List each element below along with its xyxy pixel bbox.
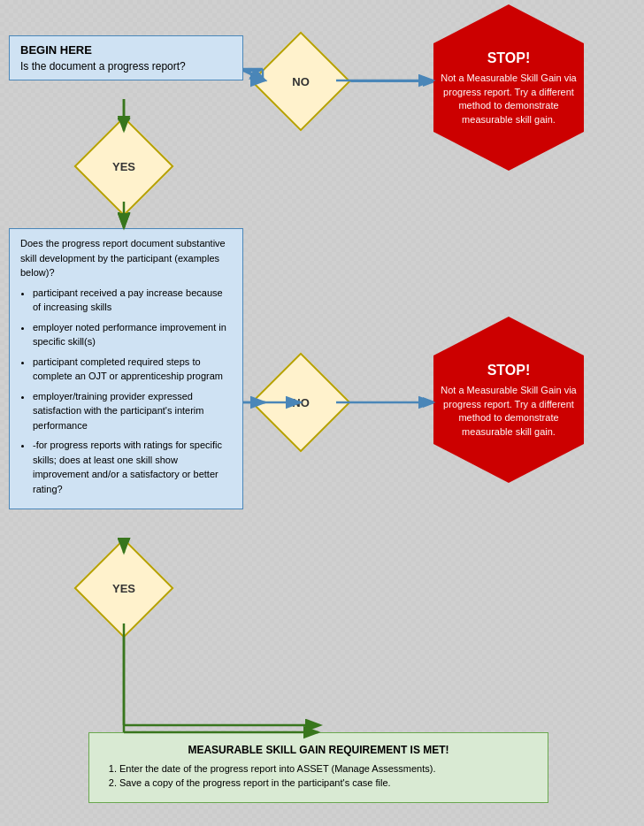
final-steps: Enter the date of the progress report in…	[104, 763, 533, 788]
final-step-2: Save a copy of the progress report in th…	[119, 777, 533, 788]
final-step-1: Enter the date of the progress report in…	[119, 763, 533, 774]
final-box: MEASURABLE SKILL GAIN REQUIREMENT IS MET…	[88, 732, 548, 803]
no-diamond-1: NO	[265, 46, 336, 117]
final-title: MEASURABLE SKILL GAIN REQUIREMENT IS MET…	[104, 744, 533, 756]
no-diamond-1-label: NO	[292, 75, 310, 88]
yes-diamond-1: YES	[88, 131, 159, 202]
bullet-2: employer noted performance improvement i…	[33, 320, 232, 349]
begin-box: BEGIN HERE Is the document a progress re…	[9, 35, 243, 80]
bullet-1: participant received a pay increase beca…	[33, 286, 232, 315]
no-diamond-2-label: NO	[292, 396, 310, 409]
yes-diamond-2: YES	[88, 553, 159, 623]
stop-1-content: STOP! Not a Measurable Skill Gain via pr…	[433, 42, 584, 134]
begin-question: Is the document a progress report?	[20, 60, 232, 73]
stop-1-body: Not a Measurable Skill Gain via progress…	[441, 72, 577, 126]
stop-2-title: STOP!	[441, 361, 577, 380]
info-question: Does the progress report document substa…	[20, 236, 232, 280]
stop-2-body: Not a Measurable Skill Gain via progress…	[441, 384, 577, 439]
stop-hexagon-2: STOP! Not a Measurable Skill Gain via pr…	[433, 317, 584, 444]
stop-1-title: STOP!	[441, 49, 577, 68]
bullet-5: -for progress reports with ratings for s…	[33, 438, 232, 496]
info-bullets: participant received a pay increase beca…	[20, 286, 232, 497]
stop-2-content: STOP! Not a Measurable Skill Gain via pr…	[433, 354, 584, 446]
no-diamond-2: NO	[265, 367, 336, 438]
bullet-4: employer/training provider expressed sat…	[33, 389, 232, 433]
info-box: Does the progress report document substa…	[9, 228, 243, 509]
stop-hexagon-1: STOP! Not a Measurable Skill Gain via pr…	[433, 4, 584, 132]
yes-diamond-2-label: YES	[112, 582, 135, 595]
bullet-3: participant completed required steps to …	[33, 355, 232, 384]
begin-here-title: BEGIN HERE	[20, 43, 232, 57]
yes-diamond-1-label: YES	[112, 160, 135, 173]
